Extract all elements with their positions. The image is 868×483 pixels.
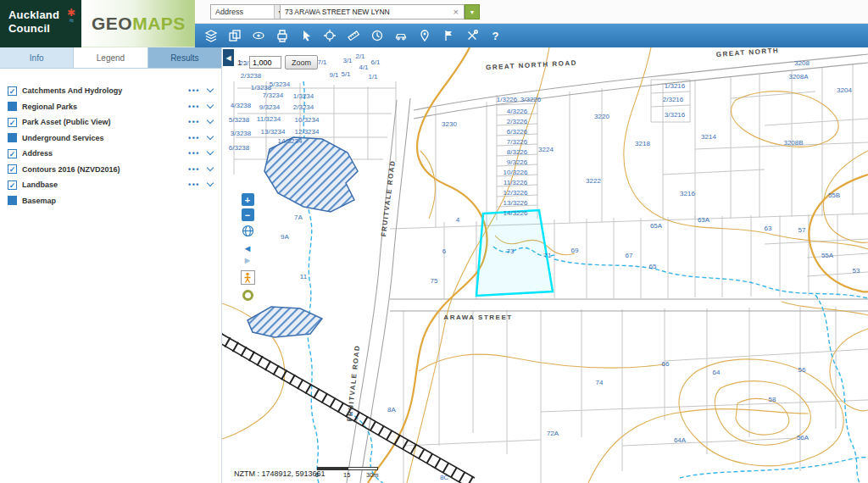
parcel-label: 64 [713,369,721,376]
back-arrow-button[interactable]: ◄ [243,244,253,253]
parcel-label: 73 [507,247,515,255]
place-pin-icon[interactable] [415,27,433,45]
layer-checkbox[interactable] [8,102,17,111]
chevron-down-icon[interactable] [207,102,214,108]
layer-menu-dots[interactable]: ••• [188,165,200,174]
ruler-icon[interactable] [344,27,362,45]
chevron-down-icon[interactable] [207,180,214,186]
layer-label: Contours 2016 (NZVD2016) [22,165,188,174]
scale-input[interactable] [249,56,281,69]
parcel-label: 11/3234 [257,115,281,123]
parcel-label: 3/3226 [520,96,541,103]
layer-label: Park Asset (Public View) [22,118,188,126]
triangle-down-icon: ▼ [470,9,476,15]
layer-checkbox[interactable]: ✓ [8,118,17,127]
parcel-label: 1/3234 [293,92,314,100]
clear-search-icon[interactable]: × [448,7,464,17]
parcel-label: 4 [456,216,459,224]
duplicate-view-icon[interactable] [225,27,243,45]
layer-menu-dots[interactable]: ••• [188,103,200,111]
zoom-out-button[interactable]: − [242,208,254,221]
parcel-label: 7/3226 [507,138,527,146]
parcel-label: 58 [769,396,776,403]
pointer-icon[interactable] [297,27,314,45]
sidebar-tab[interactable]: Legend [74,47,147,68]
auckland-council-logo[interactable]: Auckland Council ✱ ≈ [0,0,81,47]
parcel-label: 13/3226 [504,199,528,207]
parcel-label: 63A [698,216,709,224]
sidebar: InfoLegendResults ✓ Catchments And Hydro… [0,47,222,483]
chevron-down-icon[interactable] [207,148,214,155]
vehicle-icon[interactable] [392,27,409,45]
street-view-person-icon[interactable] [241,270,255,285]
globe-icon[interactable] [242,225,254,241]
bookmark-flag-icon[interactable] [439,27,457,45]
zoom-in-button[interactable]: + [242,193,254,206]
parcel-label: 57 [798,226,806,234]
parcel-label: 6/3226 [507,128,527,136]
layer-label: Landbase [22,180,188,189]
parcel-label: 55B [828,192,840,199]
parcel-label: 3218 [635,140,650,147]
layer-menu-dots[interactable]: ••• [188,86,200,95]
map-viewport[interactable]: 23/32/32381/32384/32385/32383/32386/3238… [222,47,868,483]
tools-icon[interactable] [463,27,481,45]
parcel-label: 8A [387,406,396,414]
parcel-label: 3208 [794,59,810,67]
zoom-button[interactable]: Zoom [285,55,318,69]
history-icon[interactable] [368,27,386,45]
forward-arrow-button[interactable]: ► [243,256,253,265]
print-icon[interactable] [273,27,291,45]
parcel-label: 9A [281,233,289,241]
chevron-down-icon[interactable] [207,133,214,140]
chevron-down-icon[interactable] [207,164,214,171]
parcel-label: 66 [662,360,670,368]
parcel-label: 4/3226 [507,108,527,115]
chevron-down-icon[interactable] [207,117,214,124]
road-label: ARAWA STREET [443,314,512,321]
parcel-label: 7/1 [317,58,326,66]
layer-checkbox[interactable]: ✓ [8,180,17,190]
sidebar-tab[interactable]: Info [0,47,74,68]
layer-checkbox[interactable] [8,196,17,205]
map-layers-icon[interactable] [202,27,220,45]
layer-menu-dots[interactable]: ••• [188,118,200,126]
scale-bar-label-0: 0 [315,471,319,479]
layer-checkbox[interactable]: ✓ [8,149,17,158]
layer-checkbox[interactable] [8,133,17,142]
layer-menu-dots[interactable]: ••• [188,134,200,142]
search-go-button[interactable]: ▼ [465,4,480,19]
parcel-label: 1/3238 [251,84,271,92]
parcel-label: 7/3234 [263,92,283,99]
layer-menu-dots[interactable]: ••• [188,180,200,189]
locate-icon[interactable] [320,27,338,45]
parcel-label: 4/3238 [231,102,251,109]
collapse-sidebar-button[interactable]: ◀ [223,49,234,66]
parcel-label: 11 [300,273,307,280]
layer-label: Underground Services [22,134,188,142]
layer-menu-dots[interactable]: ••• [188,149,200,158]
layer-checkbox[interactable]: ✓ [8,86,17,96]
layer-row: ✓ Park Asset (Public View) ••• [0,114,221,130]
parcel-label: 13/3234 [261,128,286,136]
parcel-label: 6/1 [370,58,380,66]
scale-bar-label-30m: 30m [366,471,379,479]
sidebar-tab[interactable]: Results [148,47,221,68]
parcel-label: 3214 [701,133,716,141]
search-category-select[interactable]: Address ▾ [210,4,287,19]
parcel-label: 8C [440,474,448,481]
help-icon[interactable]: ? [487,27,504,45]
coordinate-readout: NZTM : 1748912, 5913661 [234,469,326,478]
search-field: × [280,4,465,19]
parcel-label: 14/3234 [278,137,303,145]
parcel-label: 12/3234 [295,128,320,136]
circle-tool-icon[interactable] [242,290,253,301]
parcel-label: 53 [853,267,860,275]
chevron-down-icon[interactable] [207,86,214,92]
search-input[interactable] [281,8,448,16]
parcel-label: 11/3226 [504,179,527,186]
visibility-icon[interactable] [249,27,267,45]
parcel-label: 3220 [594,113,609,120]
parcel-label: 3/3238 [231,130,251,137]
layer-checkbox[interactable]: ✓ [8,164,17,174]
